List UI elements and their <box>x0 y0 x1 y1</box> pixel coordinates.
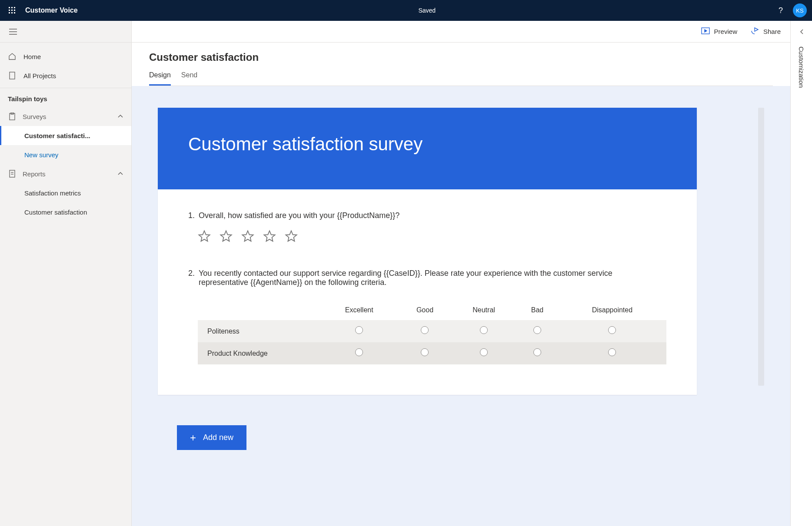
save-status: Saved <box>78 7 776 14</box>
survey-title: Customer satisfaction survey <box>188 134 666 155</box>
page-title: Customer satisfaction <box>149 51 773 63</box>
rating-stars <box>198 230 666 243</box>
radio-option[interactable] <box>608 326 616 334</box>
sidebar-group-reports[interactable]: Reports <box>0 164 131 183</box>
customization-label[interactable]: Customization <box>798 46 805 88</box>
radio-option[interactable] <box>421 348 429 356</box>
sidebar-item-label: All Projects <box>23 72 56 79</box>
svg-rect-7 <box>11 12 13 13</box>
likert-column-header: Excellent <box>319 300 399 320</box>
help-icon[interactable]: ? <box>776 6 785 15</box>
sidebar-group-label: Reports <box>23 170 111 178</box>
radio-option[interactable] <box>355 326 363 334</box>
radio-option[interactable] <box>421 326 429 334</box>
radio-option[interactable] <box>533 326 541 334</box>
sidebar-item-satisfaction-metrics[interactable]: Satisfaction metrics <box>0 183 131 202</box>
sidebar-item-label: Satisfaction metrics <box>24 189 81 197</box>
tab-send[interactable]: Send <box>181 71 197 86</box>
radio-option[interactable] <box>355 348 363 356</box>
sidebar-item-label: New survey <box>24 151 58 159</box>
likert-row: Politeness <box>198 320 666 342</box>
sidebar-item-label: Customer satisfacti... <box>24 132 90 139</box>
share-icon <box>750 27 759 36</box>
sidebar-item-all-projects[interactable]: All Projects <box>0 66 131 85</box>
add-new-label: Add new <box>203 433 233 442</box>
svg-rect-6 <box>9 12 10 13</box>
star-icon[interactable] <box>241 230 254 243</box>
likert-row-label: Politeness <box>198 320 319 342</box>
svg-rect-5 <box>14 10 15 11</box>
star-icon[interactable] <box>220 230 233 243</box>
radio-option[interactable] <box>533 348 541 356</box>
svg-rect-4 <box>11 10 13 11</box>
likert-column-header: Disappointed <box>558 300 666 320</box>
preview-label: Preview <box>714 28 737 35</box>
app-bar: Customer Voice Saved ? KS <box>0 0 812 21</box>
likert-row-label: Product Knowledge <box>198 342 319 364</box>
app-launcher-icon[interactable] <box>5 3 19 17</box>
app-title: Customer Voice <box>25 7 78 14</box>
radio-option[interactable] <box>480 348 488 356</box>
survey-card: Customer satisfaction survey 1. Overall,… <box>158 108 697 395</box>
scrollbar[interactable] <box>758 108 764 386</box>
likert-column-header: Good <box>399 300 451 320</box>
chevron-up-icon <box>117 170 123 177</box>
likert-table: Excellent Good Neutral Bad Disappointed … <box>198 300 666 364</box>
question-1[interactable]: 1. Overall, how satisfied are you with y… <box>188 211 666 243</box>
survey-header[interactable]: Customer satisfaction survey <box>158 108 697 189</box>
radio-option[interactable] <box>608 348 616 356</box>
command-bar: Preview Share <box>132 21 790 43</box>
sidebar-item-home[interactable]: Home <box>0 47 131 66</box>
question-text: Overall, how satisfied are you with your… <box>199 211 399 220</box>
chevron-left-icon[interactable] <box>799 29 804 36</box>
sidebar-group-surveys[interactable]: Surveys <box>0 107 131 126</box>
svg-rect-1 <box>11 7 13 8</box>
sidebar: Home All Projects Tailspin toys Surveys … <box>0 21 132 526</box>
svg-rect-0 <box>9 7 10 8</box>
sidebar-item-label: Customer satisfaction <box>24 208 87 216</box>
share-label: Share <box>763 28 781 35</box>
sidebar-item-customer-satisfaction-report[interactable]: Customer satisfaction <box>0 202 131 222</box>
star-icon[interactable] <box>285 230 298 243</box>
chevron-up-icon <box>117 113 123 120</box>
likert-row: Product Knowledge <box>198 342 666 364</box>
tab-design[interactable]: Design <box>149 71 171 86</box>
project-title: Tailspin toys <box>0 88 131 107</box>
star-icon[interactable] <box>198 230 211 243</box>
add-new-button[interactable]: + Add new <box>177 425 246 450</box>
sidebar-item-new-survey[interactable]: New survey <box>0 145 131 164</box>
svg-rect-15 <box>10 170 15 177</box>
svg-rect-3 <box>9 10 10 11</box>
projects-icon <box>8 71 17 80</box>
hamburger-icon[interactable] <box>8 26 18 37</box>
play-icon <box>701 27 710 36</box>
sidebar-item-customer-satisfaction[interactable]: Customer satisfacti... <box>0 126 131 145</box>
question-text: You recently contacted our support servi… <box>199 269 642 287</box>
sidebar-group-label: Surveys <box>23 113 111 120</box>
tabs: Design Send <box>149 71 773 86</box>
radio-option[interactable] <box>480 326 488 334</box>
svg-rect-2 <box>14 7 15 8</box>
preview-button[interactable]: Preview <box>701 27 737 36</box>
reports-icon <box>8 169 17 178</box>
sidebar-item-label: Home <box>23 53 41 60</box>
question-number: 2. <box>188 269 195 287</box>
question-2[interactable]: 2. You recently contacted our support se… <box>188 269 666 364</box>
likert-column-header: Bad <box>516 300 558 320</box>
star-icon[interactable] <box>263 230 276 243</box>
likert-column-header: Neutral <box>451 300 516 320</box>
avatar[interactable]: KS <box>793 3 807 17</box>
home-icon <box>8 52 17 61</box>
svg-rect-8 <box>14 12 15 13</box>
question-number: 1. <box>188 211 195 220</box>
customization-panel: Customization <box>790 21 812 526</box>
svg-rect-12 <box>10 72 15 79</box>
main-content: Preview Share Customer satisfaction Desi… <box>132 21 790 526</box>
share-button[interactable]: Share <box>750 27 781 36</box>
clipboard-icon <box>8 112 17 121</box>
design-canvas: Customer satisfaction survey 1. Overall,… <box>132 86 790 526</box>
